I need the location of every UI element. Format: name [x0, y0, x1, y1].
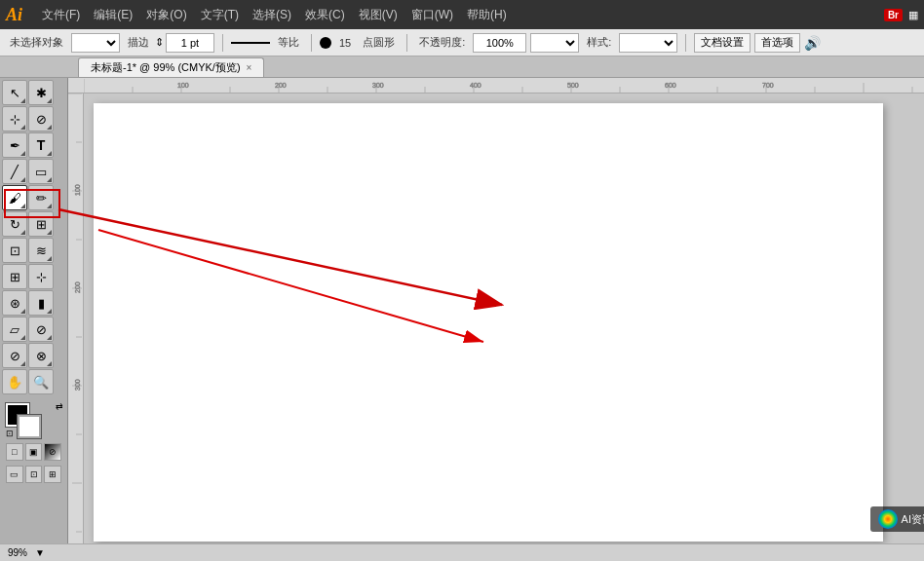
ratio-label: 等比 — [274, 35, 303, 50]
eyedropper-icon: ⊘ — [10, 349, 20, 363]
tool-row-10: ▱ ⊘ — [2, 317, 65, 342]
menu-text[interactable]: 文字(T) — [195, 5, 245, 25]
divider-1 — [222, 34, 223, 52]
menu-select[interactable]: 选择(S) — [247, 5, 297, 25]
blend-tool[interactable]: ⊗ — [28, 343, 54, 368]
slice-tool[interactable]: ⊘ — [28, 317, 54, 342]
tool-row-12: ✋ 🔍 — [2, 369, 65, 394]
artboard-tool[interactable]: ▱ — [2, 317, 27, 342]
selection-tool[interactable]: ↖ — [2, 80, 27, 105]
artboard-icon: ▱ — [10, 322, 19, 337]
svg-text:100: 100 — [177, 82, 189, 89]
menu-file[interactable]: 文件(F) — [36, 5, 86, 25]
rectangle-tool[interactable]: ▭ — [28, 159, 54, 184]
svg-text:100: 100 — [74, 184, 81, 196]
menu-edit[interactable]: 编辑(E) — [88, 5, 138, 25]
symbol-sprayer-tool[interactable]: ⊛ — [2, 290, 27, 316]
tool-row-6: ↻ ⊞ — [2, 211, 65, 237]
scale-icon: ⊡ — [10, 243, 20, 258]
tab-title: 未标题-1* @ 99% (CMYK/预览) — [91, 60, 241, 75]
svg-text:200: 200 — [275, 82, 287, 89]
artboard — [94, 103, 883, 542]
zoom-tool[interactable]: 🔍 — [28, 369, 54, 394]
lasso-tool[interactable]: ⊘ — [28, 106, 54, 131]
tool-row-8: ⊞ ⊹ — [2, 264, 65, 289]
brush-tool[interactable]: 🖌 — [2, 185, 27, 210]
pen-icon: ✒ — [10, 138, 20, 153]
default-colors-icon[interactable]: ⊡ — [6, 429, 14, 438]
tab-bar: 未标题-1* @ 99% (CMYK/预览) × — [0, 56, 924, 78]
circle-preview — [320, 37, 331, 49]
symbol-icon: ⊛ — [10, 296, 20, 311]
menu-object[interactable]: 对象(O) — [140, 5, 192, 25]
pencil-tool[interactable]: ✏ — [28, 185, 54, 210]
preferences-button[interactable]: 首选项 — [754, 33, 800, 53]
watermark: AI资讯网 — [870, 506, 924, 532]
hand-icon: ✋ — [7, 375, 22, 390]
full-screen-no-menu-btn[interactable]: ⊞ — [44, 466, 61, 483]
opacity-input[interactable] — [473, 33, 526, 53]
br-icon[interactable]: Br — [884, 9, 903, 21]
swap-colors-icon[interactable]: ⇄ — [56, 401, 63, 411]
tools-panel: ↖ ✱ ⊹ ⊘ ✒ — [0, 78, 68, 543]
rotate-tool[interactable]: ↻ — [2, 211, 27, 237]
warp-tool[interactable]: ≋ — [28, 238, 54, 263]
free-transform-tool[interactable]: ⊞ — [2, 264, 27, 289]
circle-size: 15 — [335, 37, 355, 49]
eyedropper-tool[interactable]: ⊘ — [2, 343, 27, 368]
doc-settings-button[interactable]: 文档设置 — [694, 33, 751, 53]
svg-text:700: 700 — [762, 82, 774, 89]
text-tool[interactable]: T — [28, 132, 54, 158]
reflect-icon: ⊞ — [36, 217, 47, 232]
horizontal-ruler: 100 200 300 400 500 600 700 — [68, 78, 924, 94]
menu-window[interactable]: 窗口(W) — [405, 5, 459, 25]
up-down-icon: ⇕ — [155, 36, 164, 49]
svg-text:400: 400 — [470, 82, 481, 89]
hand-tool[interactable]: ✋ — [2, 369, 27, 394]
menu-view[interactable]: 视图(V) — [353, 5, 404, 25]
svg-text:200: 200 — [74, 281, 81, 293]
selection-style-select[interactable] — [71, 33, 120, 53]
menu-bar[interactable]: 文件(F) 编辑(E) 对象(O) 文字(T) 选择(S) 效果(C) 视图(V… — [36, 5, 513, 25]
scale-tool[interactable]: ⊡ — [2, 238, 27, 263]
column-graph-tool[interactable]: ▮ — [28, 290, 54, 316]
full-screen-btn[interactable]: ⊡ — [25, 466, 43, 483]
fill-mode-btn[interactable]: □ — [6, 443, 23, 461]
document-tab[interactable]: 未标题-1* @ 99% (CMYK/预览) × — [78, 57, 264, 77]
menu-effect[interactable]: 效果(C) — [299, 5, 351, 25]
direct-selection-tool[interactable]: ✱ — [28, 80, 54, 105]
opacity-select[interactable] — [530, 33, 579, 53]
reflect-tool[interactable]: ⊞ — [28, 211, 54, 237]
line-tool[interactable]: ╱ — [2, 159, 27, 184]
background-color[interactable] — [18, 415, 41, 438]
pencil-icon: ✏ — [36, 191, 47, 206]
svg-text:500: 500 — [567, 82, 579, 89]
vertical-ruler: 100 200 300 — [68, 94, 84, 543]
speak-icon: 🔊 — [804, 35, 821, 51]
magic-wand-tool[interactable]: ⊹ — [2, 106, 27, 131]
pen-tool[interactable]: ✒ — [2, 132, 27, 158]
tool-row-2: ⊹ ⊘ — [2, 106, 65, 131]
normal-screen-btn[interactable]: ▭ — [6, 466, 23, 483]
tool-row-3: ✒ T — [2, 132, 65, 158]
text-icon: T — [37, 137, 46, 153]
title-bar: Ai 文件(F) 编辑(E) 对象(O) 文字(T) 选择(S) 效果(C) 视… — [0, 0, 924, 29]
divider-2 — [311, 34, 312, 52]
puppet-warp-tool[interactable]: ⊹ — [28, 264, 54, 289]
gradient-mode-btn[interactable]: ⊘ — [44, 443, 61, 461]
grid-icon[interactable]: ▦ — [908, 9, 918, 21]
stroke-label: 描边 — [124, 35, 153, 50]
brush-icon: 🖌 — [9, 191, 21, 206]
lasso-icon: ⊘ — [36, 112, 47, 127]
status-zoom: 99% — [8, 547, 27, 558]
tool-row-5: 🖌 ✏ — [2, 185, 65, 210]
tab-close-button[interactable]: × — [247, 62, 252, 73]
stroke-input[interactable] — [166, 33, 214, 53]
stroke-mode-btn[interactable]: ▣ — [25, 443, 43, 461]
screen-mode-tools: ▭ ⊡ ⊞ — [2, 464, 65, 485]
divider-4 — [685, 34, 686, 52]
tool-row-1: ↖ ✱ — [2, 80, 65, 105]
menu-help[interactable]: 帮助(H) — [461, 5, 513, 25]
style-select[interactable] — [619, 33, 677, 53]
options-bar: 未选择对象 描边 ⇕ 等比 15 点圆形 不透明度: 样式: 文档设置 首选项 … — [0, 29, 924, 56]
